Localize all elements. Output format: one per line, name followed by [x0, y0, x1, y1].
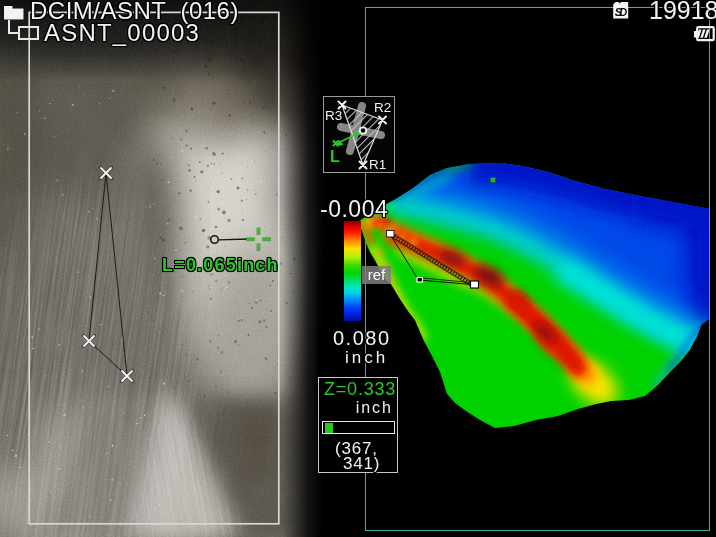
svg-text:R2: R2 — [374, 100, 391, 115]
svg-text:R1: R1 — [369, 157, 386, 171]
svg-text:SD: SD — [615, 6, 628, 18]
svg-text:L: L — [330, 148, 340, 165]
svg-text:R3: R3 — [325, 108, 342, 123]
